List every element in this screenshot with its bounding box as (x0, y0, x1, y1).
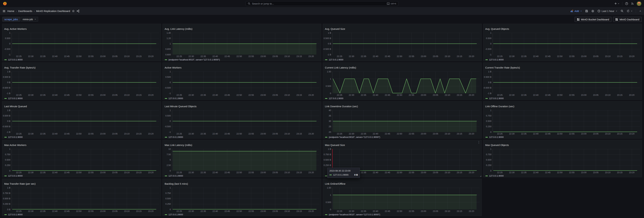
panel-title[interactable]: Link Downtime Duration (sec) (324, 104, 480, 108)
save-dashboard-button[interactable] (585, 10, 588, 13)
dashboard-settings-button[interactable] (591, 10, 594, 13)
series-legend-label[interactable]: {endpoint="localhost:9010", server="127.… (168, 58, 220, 61)
user-avatar[interactable] (637, 1, 641, 6)
plot-area[interactable] (12, 188, 159, 209)
x-axis: 22:2522:3022:3522:4022:4522:5022:5523:00… (172, 94, 320, 96)
plot-area[interactable] (493, 110, 640, 132)
panel-title[interactable]: Active Workers (164, 66, 320, 69)
series-legend-label[interactable]: 127.0.0.1:9000 (329, 97, 343, 100)
panel-title[interactable]: Backlog (last 5 mins) (164, 182, 320, 185)
panel-title[interactable]: Avg. Queued Size (324, 27, 480, 31)
series-legend-label[interactable]: 127.0.0.1:9000 (8, 175, 23, 177)
search-input[interactable]: Search or jump to... ctrl+k (246, 1, 398, 6)
panel-title[interactable]: Last Minute Queued (4, 104, 159, 108)
panel-title[interactable]: Max Queued Size (324, 143, 480, 147)
share-button[interactable] (76, 10, 80, 13)
panel-menu-icon[interactable]: ⋮ (477, 141, 480, 144)
news-button[interactable] (631, 2, 634, 5)
plot-area[interactable] (493, 72, 640, 93)
tooltip-series-name: 127.0.0.1:9000: (333, 174, 349, 176)
x-tick-label: 22:45 (545, 94, 550, 96)
x-tick-label: 22:35 (521, 94, 526, 96)
panel-title[interactable]: Avg. Queued Objects (485, 27, 640, 31)
panel-title[interactable]: Max Link Latency (millis) (164, 143, 320, 147)
mega-menu-button[interactable] (2, 10, 6, 13)
panel-title[interactable]: Link Online/Offline (324, 182, 480, 185)
series-color-swatch (486, 98, 488, 99)
panel-title[interactable]: Max Active Workers (4, 143, 159, 147)
series-legend-label[interactable]: 127.0.0.1:9000 (168, 136, 183, 138)
series-legend-label[interactable]: 127.0.0.1:9000 (489, 58, 504, 61)
panel-title[interactable]: Max Queued Objects (485, 143, 640, 147)
plot-area[interactable] (12, 149, 159, 171)
series-legend-label[interactable]: 127.0.0.1:9000 (168, 175, 183, 177)
y-tick-label: 0.750 (486, 114, 492, 117)
add-panel-button[interactable]: Add (570, 10, 582, 13)
plot-area[interactable] (172, 110, 320, 132)
panel-resize-handle[interactable] (480, 175, 481, 177)
plot-area[interactable] (172, 188, 320, 209)
panel-title[interactable]: Last Minute Queued Objects (164, 104, 320, 108)
plot-area[interactable] (12, 72, 159, 93)
plot-area[interactable] (332, 72, 480, 93)
x-tick-label: 22:45 (385, 94, 390, 96)
plot-area[interactable] (493, 33, 640, 55)
variable-value-dropdown[interactable]: minio-job (21, 17, 38, 22)
zoom-out-time-button[interactable] (621, 10, 624, 13)
x-tick-label: 23:10 (284, 171, 290, 174)
series-legend-label[interactable]: 127.0.0.1:9000 (8, 213, 23, 216)
panel-title[interactable]: Current Transfer Rate (bytes/s) (485, 66, 640, 69)
series-legend-label[interactable]: {endpoint="localhost:9010", server="127.… (329, 213, 380, 216)
x-tick-label: 22:30 (188, 133, 194, 135)
plot-area[interactable] (12, 33, 159, 55)
panel-title[interactable]: Link Offline Duration (sec) (485, 104, 640, 108)
y-tick-label: 2.50 (167, 164, 171, 166)
series-legend-label[interactable]: 127.0.0.1:9000 (329, 58, 343, 61)
y-tick-label: 0 (330, 92, 331, 94)
series-legend-label[interactable]: {endpoint="localhost:9010", server="127.… (329, 136, 380, 138)
favorite-button[interactable] (72, 10, 75, 13)
plot-area[interactable] (172, 72, 320, 93)
collapse-topbar-button[interactable] (639, 10, 642, 12)
series-legend-label[interactable]: 127.0.0.1:9000 (489, 97, 504, 100)
link-minio-bucket-dashboard[interactable]: MinIO Bucket Dashboard (575, 17, 612, 22)
breadcrumb-home[interactable]: Home (8, 10, 14, 13)
panel-title[interactable]: Avg. Active Workers (4, 27, 159, 31)
grafana-logo[interactable] (3, 1, 7, 6)
panel-title[interactable]: Current Link Latency (millis) (324, 66, 480, 69)
x-tick-label: 22:45 (224, 94, 230, 96)
series-legend-label[interactable]: 127.0.0.1:9000 (489, 175, 504, 177)
refresh-button[interactable] (627, 10, 632, 13)
x-tick-label: 23:10 (605, 94, 610, 96)
plot-area[interactable] (332, 188, 480, 209)
panel-title[interactable]: Avg. Link Latency (millis) (164, 27, 320, 31)
series-legend-label[interactable]: 127.0.0.1:9000 (168, 97, 183, 100)
x-tick-label: 22:50 (76, 94, 82, 96)
plot-area[interactable] (172, 33, 320, 55)
series-legend-label[interactable]: 127.0.0.1:9000 (489, 136, 504, 138)
x-tick-label: 22:55 (409, 94, 414, 96)
plot-area[interactable] (12, 110, 159, 132)
plot-area[interactable] (332, 33, 480, 55)
series-legend-label[interactable]: 127.0.0.1:9000 (8, 136, 23, 138)
y-tick-label: 0.250 B (324, 164, 331, 166)
x-tick-label: 22:30 (188, 94, 194, 96)
plot-area[interactable] (332, 149, 480, 171)
plot-area[interactable] (172, 149, 320, 171)
plot-area[interactable] (332, 110, 480, 132)
link-minio-dashboard[interactable]: MinIO Dashboard (613, 17, 642, 22)
new-menu-button[interactable] (614, 2, 620, 5)
series-legend-label[interactable]: 127.0.0.1:9000 (8, 97, 23, 100)
x-tick-label: 23:15 (136, 171, 142, 174)
series-legend-label[interactable]: 127.0.0.1:9000 (168, 213, 183, 216)
x-tick-label: 22:35 (361, 171, 366, 174)
panel-title[interactable]: Max Transfer Rate (per sec) (4, 182, 159, 185)
help-button[interactable] (625, 2, 628, 5)
panel-title[interactable]: Avg. Transfer Rate (bytes/s) (4, 66, 159, 69)
plot-area[interactable] (493, 149, 640, 171)
breadcrumb-dashboards[interactable]: Dashboards (18, 10, 32, 13)
time-range-picker[interactable]: Last 1 hour (598, 10, 618, 13)
panel-chart: 10.5000-0.500-1 (485, 33, 640, 55)
series-legend-label[interactable]: 127.0.0.1:9000 (8, 58, 23, 61)
x-tick-label: 22:25 (337, 210, 342, 212)
